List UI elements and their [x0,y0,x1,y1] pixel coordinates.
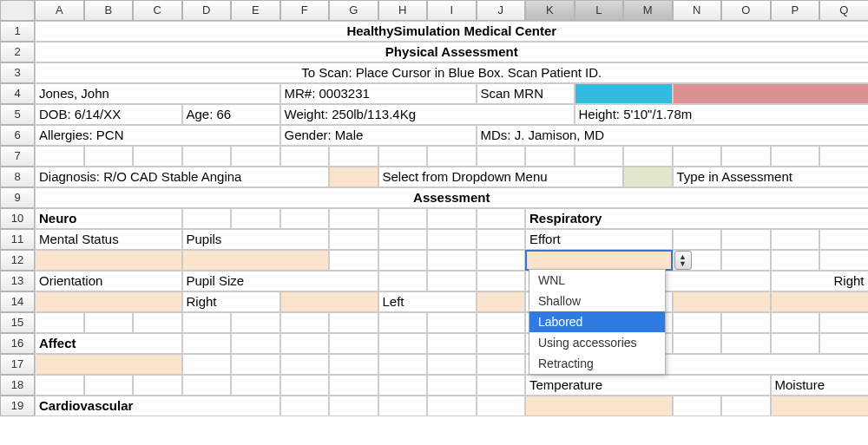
col-header-B[interactable]: B [84,0,134,21]
row-header-2[interactable]: 2 [0,42,35,62]
affect-input[interactable] [35,354,182,375]
col-header-N[interactable]: N [673,0,722,21]
row-header-17[interactable]: 17 [0,354,35,375]
pupils-input[interactable] [182,250,330,271]
row-header-14[interactable]: 14 [0,291,35,312]
mr-number: MR#: 0003231 [280,83,477,104]
orientation-input[interactable] [35,291,182,312]
diagnosis: Diagnosis: R/O CAD Stable Angina [35,167,329,187]
neuro-header: Neuro [35,208,182,229]
row-header-18[interactable]: 18 [0,375,35,396]
col-header-O[interactable]: O [721,0,771,21]
row-header-11[interactable]: 11 [0,229,35,250]
title-line-1: HealthySimulation Medical Center [35,21,868,42]
row-header-12[interactable]: 12 [0,250,35,271]
col-header-C[interactable]: C [133,0,182,21]
pupil-left-input[interactable] [477,291,526,312]
col-header-L[interactable]: L [575,0,624,21]
col-header-Q[interactable]: Q [819,0,868,21]
row-header-13[interactable]: 13 [0,271,35,291]
row-header-5[interactable]: 5 [0,104,35,125]
pupil-left-label: Left [378,291,477,312]
row-header-1[interactable]: 1 [0,21,35,42]
col-header-A[interactable]: A [35,0,84,21]
patient-name: Jones, John [35,83,280,104]
mental-status-label: Mental Status [35,229,182,250]
pupils-label: Pupils [182,229,330,250]
temperature-label: Temperature [525,375,771,396]
col-header-E[interactable]: E [231,0,280,21]
resp-right-input[interactable] [771,291,869,312]
mental-status-input[interactable] [35,250,182,271]
cardiovascular-header: Cardiovascular [35,396,280,416]
col-header-M[interactable]: M [623,0,673,21]
dropdown-option[interactable]: Shallow [529,291,665,311]
row-header-15[interactable]: 15 [0,312,35,333]
row-header-19[interactable]: 19 [0,396,35,416]
effort-label: Effort [525,229,673,250]
gender: Gender: Male [280,125,477,146]
row-header-10[interactable]: 10 [0,208,35,229]
respiratory-header: Respiratory [525,208,868,229]
mds: MDs: J. Jamison, MD [477,125,869,146]
pupil-right-input[interactable] [280,291,378,312]
col-header-F[interactable]: F [280,0,330,21]
col-header-I[interactable]: I [427,0,477,21]
scan-mrn-button[interactable]: Scan MRN [477,83,575,104]
row-header-3[interactable]: 3 [0,62,35,83]
row-header-16[interactable]: 16 [0,333,35,354]
pupil-right-label: Right [182,291,280,312]
height: Height: 5'10"/1.78m [575,104,869,125]
moisture-input[interactable] [771,396,869,416]
legend-green-swatch [623,167,673,187]
legend-dropdown-text: Select from Dropdown Menu [378,167,624,187]
dropdown-option[interactable]: WNL [529,270,665,291]
effort-dropdown-cell[interactable] [525,250,673,271]
resp-left-input[interactable] [673,291,771,312]
assessment-header: Assessment [35,187,868,208]
col-header-J[interactable]: J [477,0,526,21]
row-header-9[interactable]: 9 [0,187,35,208]
effort-dropdown-menu: WNLShallowLaboredUsing accessoriesRetrac… [529,269,666,375]
pupil-size-label: Pupil Size [182,271,378,291]
col-header-H[interactable]: H [378,0,428,21]
scan-status-box [673,83,869,104]
allergies: Allergies: PCN [35,125,280,146]
title-line-3: To Scan: Place Cursor in Blue Box. Scan … [35,62,868,83]
effort-dropdown-button[interactable]: ▲▼ [674,251,692,270]
affect-header: Affect [35,333,182,354]
row-header-6[interactable]: 6 [0,125,35,146]
dropdown-option[interactable]: Labored [529,311,665,332]
dropdown-option[interactable]: Using accessories [529,332,665,353]
moisture-label: Moisture [771,375,869,396]
weight: Weight: 250lb/113.4Kg [280,104,575,125]
orientation-label: Orientation [35,271,182,291]
scan-input-box[interactable] [575,83,673,104]
dropdown-option[interactable]: Retracting [529,353,665,374]
col-header-G[interactable]: G [329,0,378,21]
row-header-8[interactable]: 8 [0,167,35,187]
col-header-P[interactable]: P [771,0,820,21]
col-header-K[interactable]: K [525,0,575,21]
title-line-2: Physical Assessment [35,42,868,62]
right-eye-label: Right [771,271,869,291]
row-header-7[interactable]: 7 [0,146,35,167]
legend-type-text: Type in Assessment [673,167,869,187]
age: Age: 66 [182,104,280,125]
temperature-input[interactable] [525,396,673,416]
row-header-4[interactable]: 4 [0,83,35,104]
dob: DOB: 6/14/XX [35,104,182,125]
legend-peach-swatch [329,167,378,187]
col-header-D[interactable]: D [182,0,232,21]
